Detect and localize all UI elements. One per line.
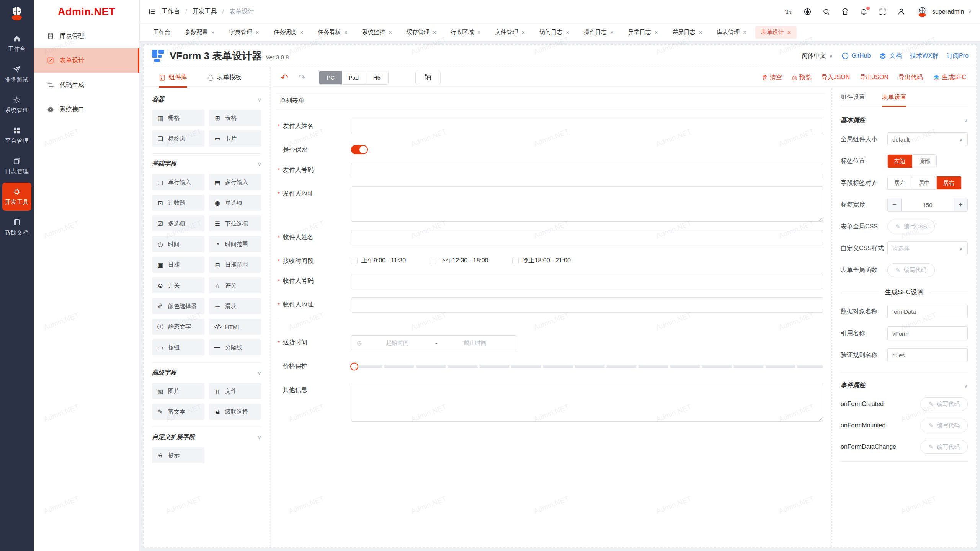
form-row-sender-name[interactable]: 发件人姓名 — [278, 119, 823, 134]
page-tab[interactable]: 缓存管理 × — [401, 26, 442, 39]
generate-sfc-button[interactable]: 生成SFC — [933, 73, 966, 82]
component-item[interactable]: ✎ 富文本 — [152, 404, 204, 420]
form-title-widget[interactable]: 单列表单 — [276, 93, 825, 108]
edit-code-button[interactable]: ✎ 编写代码 — [887, 263, 935, 277]
user-icon[interactable] — [897, 8, 906, 16]
component-item[interactable]: ⊡ 计数器 — [152, 195, 204, 211]
tab-widget-settings[interactable]: 组件设置 — [841, 88, 865, 107]
segment-option[interactable]: 居中 — [912, 176, 937, 189]
rail-item-system-mgmt[interactable]: 系统管理 — [2, 91, 31, 119]
receiver-addr-input[interactable] — [351, 297, 823, 313]
component-item[interactable]: ◷ 时间 — [152, 236, 204, 252]
edit-css-button[interactable]: ✎ 编写CSS — [887, 220, 935, 233]
redo-icon[interactable]: ↷ — [298, 73, 306, 82]
rail-item-biz-test[interactable]: 业务测试 — [2, 60, 31, 88]
tab-close-icon[interactable]: × — [477, 29, 481, 35]
component-item[interactable]: ◔ 时间范围 — [209, 236, 261, 252]
theme-icon[interactable] — [841, 8, 849, 16]
sender-name-input[interactable] — [351, 119, 823, 134]
component-item[interactable]: ⊸ 滑块 — [209, 298, 261, 314]
rail-item-workbench[interactable]: 工作台 — [2, 29, 31, 58]
form-row-time-slots[interactable]: 接收时间段 上午9:00 - 11:30 — [278, 254, 823, 265]
stepper-plus-button[interactable]: + — [954, 198, 967, 211]
tab-component-library[interactable]: 组件库 — [159, 67, 187, 88]
stepper-value[interactable]: 150 — [902, 198, 954, 211]
sidebar-item-code-gen[interactable]: 代码生成 — [34, 73, 139, 97]
ref-name-input[interactable]: vForm — [887, 326, 968, 340]
form-row-secret[interactable]: 是否保密 — [278, 142, 823, 154]
checkbox-option[interactable]: 下午12:30 - 18:00 — [430, 257, 488, 265]
rail-item-log-mgmt[interactable]: 日志管理 — [2, 152, 31, 180]
component-item[interactable]: ⊜ 开关 — [152, 277, 204, 293]
sidebar-item-system-api[interactable]: 系统接口 — [34, 97, 139, 122]
page-tab[interactable]: 系统监控 × — [356, 26, 398, 39]
page-tab[interactable]: 任务看板 × — [312, 26, 353, 39]
rail-item-dev-tools[interactable]: 开发工具 — [2, 183, 31, 211]
checkbox-icon[interactable] — [430, 258, 436, 264]
sender-phone-input[interactable] — [351, 163, 823, 178]
tab-close-icon[interactable]: × — [699, 29, 702, 35]
sidebar-item-db-table-mgmt[interactable]: 库表管理 — [34, 24, 139, 48]
component-item[interactable]: ▢ 单行输入 — [152, 174, 204, 190]
divider-widget[interactable] — [278, 321, 823, 321]
component-item[interactable]: — 分隔线 — [209, 339, 261, 355]
component-item[interactable]: ▭ 卡片 — [209, 130, 261, 147]
notification-bell-icon[interactable] — [860, 8, 868, 16]
language-select[interactable]: 简体中文 ∨ — [802, 52, 833, 60]
slider-handle[interactable] — [350, 363, 358, 371]
component-item[interactable]: ⊟ 日期范围 — [209, 257, 261, 273]
data-object-name-input[interactable]: formData — [887, 305, 968, 318]
sender-addr-textarea[interactable] — [351, 186, 823, 222]
component-item[interactable]: ▯ 文件 — [209, 383, 261, 399]
tab-close-icon[interactable]: × — [655, 29, 658, 35]
page-tab[interactable]: 异常日志 × — [622, 26, 664, 39]
sidebar-item-form-design[interactable]: 表单设计 — [34, 48, 139, 73]
form-row-other-info[interactable]: 其他信息 — [278, 383, 823, 422]
receiver-name-input[interactable] — [351, 230, 823, 245]
component-item[interactable]: Ⓣ 静态文字 — [152, 319, 204, 335]
subscribe-pro-link[interactable]: 订阅Pro — [947, 52, 969, 60]
global-size-select[interactable]: default ∨ — [887, 132, 968, 146]
font-size-icon[interactable]: TT — [785, 8, 793, 16]
edit-event-code-button[interactable]: ✎ 编写代码 — [920, 397, 968, 411]
component-item[interactable]: ❑ 标签页 — [152, 130, 204, 147]
resize-handle-icon[interactable] — [818, 417, 822, 421]
page-tab[interactable]: 差异日志 × — [666, 26, 708, 39]
stepper-minus-button[interactable]: − — [888, 198, 902, 211]
receiver-phone-input[interactable] — [351, 274, 823, 289]
page-tab[interactable]: 字典管理 × — [224, 26, 265, 39]
secret-toggle[interactable] — [351, 145, 368, 154]
chevron-down-icon[interactable]: ∨ — [964, 383, 968, 389]
page-tab[interactable]: 表单设计 × — [755, 26, 797, 39]
checkbox-icon[interactable] — [512, 258, 519, 264]
tab-close-icon[interactable]: × — [521, 29, 525, 35]
language-icon[interactable] — [804, 8, 812, 16]
device-h5-button[interactable]: H5 — [365, 71, 388, 84]
import-json-button[interactable]: 导入JSON — [822, 73, 850, 82]
chevron-down-icon[interactable]: ∨ — [258, 97, 261, 103]
breadcrumb-item[interactable]: 工作台 — [162, 8, 180, 16]
component-item[interactable]: ⧉ 级联选择 — [209, 404, 261, 420]
page-tab[interactable]: 任务调度 × — [268, 26, 309, 39]
checkbox-option[interactable]: 晚上18:00 - 21:00 — [512, 257, 571, 265]
component-item[interactable]: ☆ 评分 — [209, 277, 261, 293]
component-item[interactable]: ▭ 按钮 — [152, 339, 204, 355]
page-tab[interactable]: 行政区域 × — [445, 26, 487, 39]
component-item[interactable]: ◉ 单选项 — [209, 195, 261, 211]
segment-option[interactable]: 居右 — [937, 176, 961, 189]
component-item[interactable]: ⊞ 表格 — [209, 110, 261, 126]
rail-item-help-docs[interactable]: 帮助文档 — [2, 213, 31, 241]
component-item[interactable]: ☰ 下拉选项 — [209, 215, 261, 231]
rail-item-platform-mgmt[interactable]: 平台管理 — [2, 121, 31, 150]
form-row-delivery-time[interactable]: 送货时间 ◷ 起始时间 - 截止时间 — [278, 335, 823, 350]
collapse-menu-icon[interactable] — [148, 8, 156, 16]
page-tab[interactable]: 参数配置 × — [179, 26, 220, 39]
chevron-down-icon[interactable]: ∨ — [258, 370, 261, 376]
tab-close-icon[interactable]: × — [256, 29, 259, 35]
tab-close-icon[interactable]: × — [610, 29, 614, 35]
tab-close-icon[interactable]: × — [433, 29, 436, 35]
slider-track[interactable] — [351, 365, 823, 368]
tab-close-icon[interactable]: × — [787, 29, 791, 35]
page-tab[interactable]: 操作日志 × — [578, 26, 619, 39]
form-row-sender-addr[interactable]: 发件人地址 — [278, 186, 823, 222]
